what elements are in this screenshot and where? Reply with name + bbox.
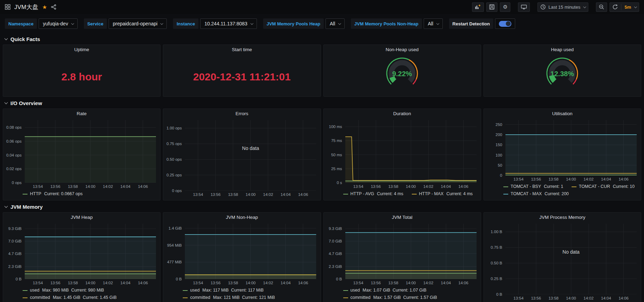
chart-area: 250200150100500: [486, 120, 637, 175]
y-tick-label: 75 ms: [331, 138, 342, 143]
x-tick-label: 13:58: [388, 184, 398, 189]
variable-value-dropdown[interactable]: All: [325, 18, 345, 29]
legend-item[interactable]: HTTP - AVGCurrent: 4 ms: [343, 190, 403, 198]
x-tick-label: 14:02: [263, 281, 273, 285]
y-tick-label: 0.04 ops: [6, 153, 22, 157]
legend-series-name: HTTP - MAX: [419, 190, 444, 198]
y-tick-label: 200: [496, 133, 502, 137]
x-tick-label: 14:04: [441, 281, 451, 285]
y-tick-label: 0.25 B: [491, 277, 502, 281]
y-tick-label: 25 ms: [331, 167, 342, 171]
y-tick-label: 9.3 GiB: [329, 226, 342, 231]
no-data-label: No data: [563, 249, 580, 255]
panel-title[interactable]: JVM Process Memory: [484, 213, 641, 222]
x-tick-label: 14:06: [458, 281, 469, 285]
panel-title[interactable]: Errors: [163, 109, 320, 118]
settings-button[interactable]: ⚙: [500, 2, 510, 12]
plot-area: No data: [505, 224, 637, 294]
legend-series-name: TOMCAT - CUR: [579, 183, 610, 190]
dashboard-grid-icon[interactable]: [5, 4, 10, 10]
refresh-group[interactable]: 5m: [610, 2, 639, 12]
panel-title[interactable]: Heap used: [484, 45, 641, 54]
legend: TOMCAT - BSYCurrent: 1TOMCAT - CURCurren…: [486, 183, 637, 198]
variable-value-dropdown[interactable]: prepaidcard-openapi: [109, 18, 167, 29]
legend-item[interactable]: TOMCAT - MAXCurrent: 200: [503, 190, 569, 198]
chevron-down-icon: [250, 22, 253, 25]
x-tick-label: 14:04: [120, 184, 131, 189]
legend-item[interactable]: usedMax: 117 MiB Current: 117 MiB: [183, 287, 264, 294]
legend-series-value: Current: 0.0667 ops: [44, 190, 83, 198]
x-axis: 13:5413:5613:5814:0014:0214:0414:06: [345, 279, 477, 286]
divider: [621, 4, 621, 10]
variable-value-dropdown[interactable]: yufuqia-dev: [39, 18, 77, 29]
section-jvm-memory[interactable]: JVM Memory: [0, 200, 644, 212]
legend-item[interactable]: TOMCAT - CURCurrent: 10: [572, 183, 635, 190]
x-tick-label: 14:04: [441, 184, 451, 189]
panel-uptime: Uptime 2.8 hour: [3, 45, 160, 97]
chevron-down-icon: [338, 22, 341, 25]
rate-chart: 0.08 ops0.06 ops0.04 ops0.02 ops0 ops13:…: [3, 118, 160, 200]
y-tick-label: 0 B: [16, 277, 22, 281]
panel-title[interactable]: JVM Non-Heap: [163, 213, 320, 222]
legend-series-name: used: [30, 287, 39, 294]
x-tick-label: 14:04: [601, 177, 611, 181]
zoom-out-button[interactable]: [596, 2, 607, 12]
legend-item[interactable]: usedMax: 980 MiB Current: 980 MiB: [23, 287, 104, 294]
y-tick-label: 0: [500, 173, 502, 177]
legend-item[interactable]: TOMCAT - BSYCurrent: 1: [503, 183, 563, 190]
legend-series-dash: [412, 194, 417, 194]
panel-title[interactable]: Duration: [324, 109, 481, 118]
x-tick-label: 14:04: [281, 281, 291, 285]
share-icon[interactable]: [51, 4, 56, 10]
dashboard-title: JVM大盘: [14, 3, 38, 11]
legend-item[interactable]: HTTPCurrent: 0.0667 ops: [23, 190, 83, 198]
clock-icon: [540, 4, 546, 10]
star-icon[interactable]: ★: [42, 4, 47, 10]
legend-item[interactable]: committedMax: 121 MiB Current: 121 MiB: [183, 294, 275, 301]
legend-item[interactable]: HTTP - MAXCurrent: 4 ms: [412, 190, 473, 198]
tv-mode-button[interactable]: [518, 2, 530, 12]
panel-title[interactable]: Rate: [3, 109, 160, 118]
add-panel-button[interactable]: [472, 2, 484, 12]
legend-item[interactable]: usedMax: 1.07 GiB Current: 1.07 GiB: [343, 287, 427, 294]
panel-jvm-non-heap: JVM Non-Heap 1.4 GiB954 MiB477 MiB0 B13:…: [163, 212, 321, 302]
variable-label: JVM Memory Pools Heap: [263, 18, 324, 29]
y-tick-label: 0.75 B: [491, 245, 502, 249]
x-tick-label: 14:06: [298, 192, 308, 197]
chart-area: 0.08 ops0.06 ops0.04 ops0.02 ops0 ops: [5, 120, 156, 183]
panel-title[interactable]: Utilisation: [484, 109, 641, 118]
time-range-picker[interactable]: Last 15 minutes: [537, 2, 588, 12]
x-tick-label: 13:54: [513, 177, 524, 181]
quick-facts-row: Uptime 2.8 hour Start time 2020-12-31 11…: [0, 45, 644, 97]
y-tick-label: 250: [496, 122, 502, 127]
restart-detection-toggle[interactable]: [495, 18, 515, 29]
y-tick-label: 4.7 GiB: [8, 252, 22, 256]
panel-title[interactable]: Start time: [163, 45, 320, 54]
variable-value-dropdown[interactable]: 10.244.11.137:8083: [200, 18, 257, 29]
x-axis: 13:5413:5613:5814:0014:0214:0414:06: [185, 191, 316, 198]
legend-item[interactable]: committedMax: 1.57 GiB Current: 1.57 GiB: [343, 294, 437, 301]
variable-value-dropdown[interactable]: All: [424, 18, 443, 29]
legend-series-dash: [23, 297, 28, 298]
variable-service: Service prepaidcard-openapi: [84, 18, 167, 29]
restart-detection-label: Restart Detection: [449, 18, 494, 29]
time-range-label: Last 15 minutes: [548, 5, 580, 10]
section-quick-facts[interactable]: Quick Facts: [0, 33, 644, 45]
legend: HTTPCurrent: 0.0667 ops: [5, 190, 156, 198]
x-tick-label: 13:58: [549, 177, 559, 181]
panel-title[interactable]: JVM Total: [324, 213, 481, 222]
x-tick-label: 14:00: [245, 192, 256, 197]
x-tick-label: 14:00: [245, 281, 256, 285]
panel-title[interactable]: Non-Heap used: [324, 45, 481, 54]
panel-title[interactable]: JVM Heap: [3, 213, 160, 222]
section-io-overview[interactable]: I/O Overview: [0, 97, 644, 109]
legend-series-name: committed: [30, 294, 50, 301]
legend-series-value: Max: 980 MiB Current: 980 MiB: [42, 287, 104, 294]
legend-item[interactable]: committedMax: 1.45 GiB Current: 1.45 GiB: [23, 294, 117, 301]
panel-title[interactable]: Uptime: [3, 45, 160, 54]
y-tick-label: 100: [496, 153, 502, 157]
x-tick-label: 13:58: [68, 281, 78, 285]
x-tick-label: 13:56: [211, 281, 221, 285]
save-dashboard-button[interactable]: [486, 2, 497, 12]
y-axis: 0.08 ops0.06 ops0.04 ops0.02 ops0 ops: [5, 120, 25, 183]
